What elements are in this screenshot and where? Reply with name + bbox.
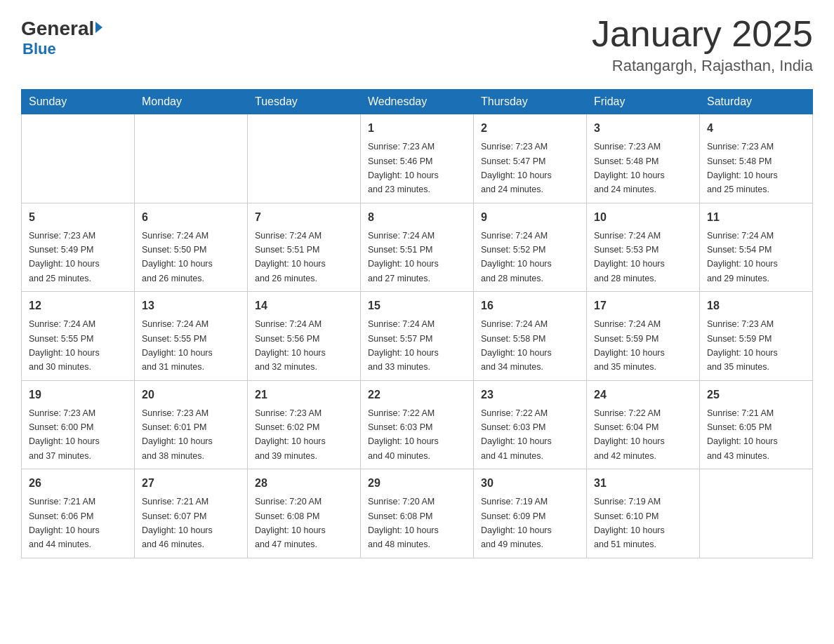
col-header-saturday: Saturday: [700, 90, 813, 114]
logo-arrow-icon: [95, 22, 102, 33]
calendar-row-4: 19Sunrise: 7:23 AMSunset: 6:00 PMDayligh…: [22, 380, 813, 469]
day-info: Sunrise: 7:24 AMSunset: 5:58 PMDaylight:…: [481, 319, 552, 372]
day-number: 2: [481, 120, 579, 137]
logo-text: General: [21, 18, 102, 40]
calendar-cell: 8Sunrise: 7:24 AMSunset: 5:51 PMDaylight…: [361, 203, 474, 292]
calendar-row-3: 12Sunrise: 7:24 AMSunset: 5:55 PMDayligh…: [22, 292, 813, 381]
calendar-cell: 17Sunrise: 7:24 AMSunset: 5:59 PMDayligh…: [587, 292, 700, 381]
day-number: 10: [594, 209, 692, 226]
calendar-cell: 12Sunrise: 7:24 AMSunset: 5:55 PMDayligh…: [22, 292, 135, 381]
day-number: 6: [142, 209, 240, 226]
day-number: 16: [481, 297, 579, 314]
col-header-thursday: Thursday: [474, 90, 587, 114]
calendar-cell: 31Sunrise: 7:19 AMSunset: 6:10 PMDayligh…: [587, 469, 700, 558]
calendar-cell: 18Sunrise: 7:23 AMSunset: 5:59 PMDayligh…: [700, 292, 813, 381]
day-info: Sunrise: 7:24 AMSunset: 5:52 PMDaylight:…: [481, 231, 552, 283]
day-number: 5: [29, 209, 127, 226]
day-info: Sunrise: 7:24 AMSunset: 5:55 PMDaylight:…: [142, 319, 213, 372]
day-info: Sunrise: 7:24 AMSunset: 5:51 PMDaylight:…: [255, 231, 326, 283]
calendar-cell: 30Sunrise: 7:19 AMSunset: 6:09 PMDayligh…: [474, 469, 587, 558]
day-number: 3: [594, 120, 692, 137]
logo: General Blue: [21, 14, 102, 58]
location-title: Ratangargh, Rajasthan, India: [592, 57, 813, 75]
day-info: Sunrise: 7:24 AMSunset: 5:59 PMDaylight:…: [594, 319, 665, 372]
day-number: 14: [255, 297, 353, 314]
day-info: Sunrise: 7:19 AMSunset: 6:10 PMDaylight:…: [594, 497, 665, 549]
day-info: Sunrise: 7:23 AMSunset: 5:47 PMDaylight:…: [481, 142, 552, 194]
day-info: Sunrise: 7:21 AMSunset: 6:05 PMDaylight:…: [707, 408, 778, 461]
day-number: 11: [707, 209, 805, 226]
day-info: Sunrise: 7:23 AMSunset: 5:59 PMDaylight:…: [707, 319, 778, 372]
calendar-cell: 13Sunrise: 7:24 AMSunset: 5:55 PMDayligh…: [135, 292, 248, 381]
day-number: 7: [255, 209, 353, 226]
calendar-cell: 28Sunrise: 7:20 AMSunset: 6:08 PMDayligh…: [248, 469, 361, 558]
day-info: Sunrise: 7:21 AMSunset: 6:06 PMDaylight:…: [29, 497, 100, 549]
day-info: Sunrise: 7:23 AMSunset: 5:48 PMDaylight:…: [594, 142, 665, 194]
day-number: 30: [481, 475, 579, 492]
logo-blue: Blue: [22, 40, 102, 58]
day-info: Sunrise: 7:22 AMSunset: 6:04 PMDaylight:…: [594, 408, 665, 461]
calendar-cell: 1Sunrise: 7:23 AMSunset: 5:46 PMDaylight…: [361, 114, 474, 203]
calendar-row-2: 5Sunrise: 7:23 AMSunset: 5:49 PMDaylight…: [22, 203, 813, 292]
day-info: Sunrise: 7:23 AMSunset: 5:48 PMDaylight:…: [707, 142, 778, 194]
day-number: 25: [707, 387, 805, 403]
page-header: General Blue January 2025 Ratangargh, Ra…: [21, 14, 813, 75]
day-info: Sunrise: 7:22 AMSunset: 6:03 PMDaylight:…: [368, 408, 439, 461]
calendar-cell: 27Sunrise: 7:21 AMSunset: 6:07 PMDayligh…: [135, 469, 248, 558]
day-info: Sunrise: 7:23 AMSunset: 5:46 PMDaylight:…: [368, 142, 439, 194]
calendar-cell: 4Sunrise: 7:23 AMSunset: 5:48 PMDaylight…: [700, 114, 813, 203]
day-number: 1: [368, 120, 466, 137]
calendar-cell: 11Sunrise: 7:24 AMSunset: 5:54 PMDayligh…: [700, 203, 813, 292]
col-header-monday: Monday: [135, 90, 248, 114]
day-number: 12: [29, 297, 127, 314]
calendar-cell: 25Sunrise: 7:21 AMSunset: 6:05 PMDayligh…: [700, 380, 813, 469]
day-number: 19: [29, 387, 127, 403]
calendar-cell: 29Sunrise: 7:20 AMSunset: 6:08 PMDayligh…: [361, 469, 474, 558]
day-info: Sunrise: 7:23 AMSunset: 5:49 PMDaylight:…: [29, 231, 100, 283]
calendar-cell: 5Sunrise: 7:23 AMSunset: 5:49 PMDaylight…: [22, 203, 135, 292]
col-header-friday: Friday: [587, 90, 700, 114]
day-number: 24: [594, 387, 692, 403]
day-number: 4: [707, 120, 805, 137]
day-number: 31: [594, 475, 692, 492]
calendar-row-1: 1Sunrise: 7:23 AMSunset: 5:46 PMDaylight…: [22, 114, 813, 203]
calendar-cell: [135, 114, 248, 203]
day-number: 13: [142, 297, 240, 314]
calendar-cell: 16Sunrise: 7:24 AMSunset: 5:58 PMDayligh…: [474, 292, 587, 381]
day-info: Sunrise: 7:24 AMSunset: 5:53 PMDaylight:…: [594, 231, 665, 283]
day-number: 17: [594, 297, 692, 314]
calendar-cell: 26Sunrise: 7:21 AMSunset: 6:06 PMDayligh…: [22, 469, 135, 558]
calendar-cell: 21Sunrise: 7:23 AMSunset: 6:02 PMDayligh…: [248, 380, 361, 469]
day-info: Sunrise: 7:23 AMSunset: 6:00 PMDaylight:…: [29, 408, 100, 461]
calendar-cell: 19Sunrise: 7:23 AMSunset: 6:00 PMDayligh…: [22, 380, 135, 469]
day-number: 23: [481, 387, 579, 403]
day-number: 20: [142, 387, 240, 403]
month-title: January 2025: [592, 14, 813, 54]
calendar-cell: [248, 114, 361, 203]
day-info: Sunrise: 7:24 AMSunset: 5:54 PMDaylight:…: [707, 231, 778, 283]
calendar-cell: 9Sunrise: 7:24 AMSunset: 5:52 PMDaylight…: [474, 203, 587, 292]
day-number: 8: [368, 209, 466, 226]
day-info: Sunrise: 7:24 AMSunset: 5:56 PMDaylight:…: [255, 319, 326, 372]
day-number: 18: [707, 297, 805, 314]
day-info: Sunrise: 7:21 AMSunset: 6:07 PMDaylight:…: [142, 497, 213, 549]
calendar-cell: 14Sunrise: 7:24 AMSunset: 5:56 PMDayligh…: [248, 292, 361, 381]
day-info: Sunrise: 7:20 AMSunset: 6:08 PMDaylight:…: [368, 497, 439, 549]
day-info: Sunrise: 7:20 AMSunset: 6:08 PMDaylight:…: [255, 497, 326, 549]
day-number: 21: [255, 387, 353, 403]
calendar-cell: 20Sunrise: 7:23 AMSunset: 6:01 PMDayligh…: [135, 380, 248, 469]
day-number: 27: [142, 475, 240, 492]
calendar-cell: 15Sunrise: 7:24 AMSunset: 5:57 PMDayligh…: [361, 292, 474, 381]
title-area: January 2025 Ratangargh, Rajasthan, Indi…: [592, 14, 813, 75]
calendar-cell: 7Sunrise: 7:24 AMSunset: 5:51 PMDaylight…: [248, 203, 361, 292]
day-info: Sunrise: 7:24 AMSunset: 5:57 PMDaylight:…: [368, 319, 439, 372]
calendar-cell: 23Sunrise: 7:22 AMSunset: 6:03 PMDayligh…: [474, 380, 587, 469]
calendar-cell: 3Sunrise: 7:23 AMSunset: 5:48 PMDaylight…: [587, 114, 700, 203]
day-number: 29: [368, 475, 466, 492]
calendar-cell: [22, 114, 135, 203]
calendar-cell: [700, 469, 813, 558]
col-header-sunday: Sunday: [22, 90, 135, 114]
logo-general: General: [21, 18, 94, 40]
col-header-tuesday: Tuesday: [248, 90, 361, 114]
day-number: 26: [29, 475, 127, 492]
